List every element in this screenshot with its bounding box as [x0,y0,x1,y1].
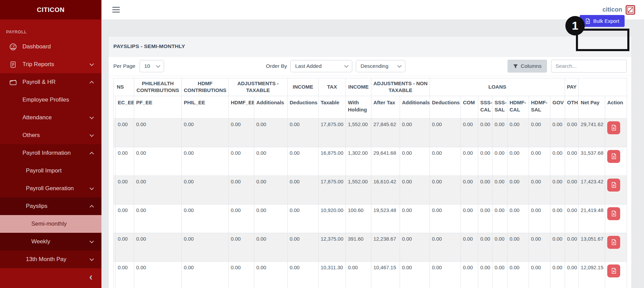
cell: 0.00 [550,233,565,261]
cell: 0.00 [493,147,508,176]
row-download-button[interactable] [607,207,620,220]
column-header: PF_EE [134,96,182,118]
table-header-row: EC_EEPF_EEPHIL_EEHDMF_EEAdditionalsDeduc… [114,96,627,118]
cell: 0.00 [493,261,508,288]
sidebar-item-label: 13th Month Pay [26,256,66,263]
file-download-icon [611,211,617,216]
sidebar-item-13th-month-pay[interactable]: 13th Month Pay [0,251,101,268]
cell: 0.00 [288,261,319,288]
per-page-select[interactable]: 10 [140,60,164,72]
cell: 0.00 [529,147,550,176]
payslips-table-wrap: NSPHILHEALTH CONTRIBUTIONSHDMF CONTRIBUT… [109,76,631,288]
sidebar-item-dashboard[interactable]: Dashboard [0,38,101,56]
row-download-button[interactable] [607,264,620,277]
cell: 0.00 [182,176,229,204]
sidebar-item-payroll-import[interactable]: Payroll Import [0,162,101,180]
cell: 0.00 [400,118,430,147]
cell: 0.00 [550,261,565,288]
column-header: PHIL_EE [182,96,229,118]
cell: 0.00 [529,118,550,147]
cell: 0.00 [565,233,579,261]
sidebar-item-payroll-hr[interactable]: Payroll & HR [0,73,101,91]
sidebar-item-attendance[interactable]: Attendance [0,109,101,126]
chevron-up-icon [90,81,94,85]
chevron-down-icon [90,186,94,190]
cell: 1,302.00 [346,147,371,176]
cell: 0.00 [565,118,579,147]
row-download-button[interactable] [607,121,620,134]
sidebar-item-trip-reports[interactable]: Trip Reports [0,56,101,73]
sidebar-item-label: Payroll & HR [22,79,55,86]
cell: 12,092.15 [579,261,605,288]
action-cell [605,147,627,176]
sidebar-item-semi-monthly[interactable]: Semi-monthly [0,215,101,233]
file-download-icon [611,182,617,188]
cell: 0.00 [478,204,493,233]
cell: 0.00 [478,118,493,147]
cell: 17,875.00 [319,176,346,204]
sidebar-item-label: Payroll Information [22,150,71,156]
cell: 0.00 [461,147,478,176]
cell: 12,375.00 [319,233,346,261]
cell: 1,552.00 [346,176,371,204]
row-download-button[interactable] [607,236,620,249]
payslips-card: PAYSLIPS - SEMI-MONTHLY Per Page 10 Orde… [108,36,632,288]
sidebar-item-employee-profiles[interactable]: Employee Profiles [0,91,101,109]
column-header: Deductions [430,96,461,118]
order-by-select[interactable]: Last Added [290,60,352,72]
cell: 0.00 [529,176,550,204]
sidebar-item-label: Dashboard [22,43,51,50]
columns-button[interactable]: Columns [508,60,547,73]
sidebar-collapse-icon[interactable]: ‹ [89,272,93,282]
cell: 0.00 [508,261,529,288]
cell: 0.00 [400,261,430,288]
cell: 0.00 [229,204,254,233]
cell: 0.00 [493,176,508,204]
column-header: Additionals [254,96,288,118]
cell: 0.00 [508,118,529,147]
cell: 0.00 [182,233,229,261]
sidebar-nav: DashboardTrip ReportsPayroll & HREmploye… [0,38,101,268]
sidebar-item-label: Attendance [22,114,52,121]
order-direction-select[interactable]: Descending [356,60,405,72]
cell: 1,552.00 [346,118,371,147]
cell: 0.00 [493,118,508,147]
cell: 0.00 [254,204,288,233]
column-header: After Tax [371,96,400,118]
cell: 0.00 [508,176,529,204]
sidebar-item-payroll-information[interactable]: Payroll Information [0,144,101,162]
hamburger-icon[interactable] [112,7,120,13]
payslips-table: NSPHILHEALTH CONTRIBUTIONSHDMF CONTRIBUT… [113,78,627,288]
sidebar-item-payroll-generation[interactable]: Payroll Generation [0,180,101,197]
column-header: HDMF-CAL [508,96,529,118]
sidebar-item-label: Weekly [31,238,50,245]
file-download-icon [611,153,617,159]
sidebar-item-others[interactable]: Others [0,126,101,144]
column-header: Action [605,96,627,118]
cell: 0.00 [134,233,182,261]
cell: 0.00 [182,147,229,176]
column-header: Deductions [288,96,319,118]
column-group-header [579,78,627,96]
sidebar-item-payslips[interactable]: Payslips [0,197,101,215]
cell: 0.00 [565,147,579,176]
search-input[interactable] [551,60,627,73]
cell: 0.00 [461,233,478,261]
row-download-button[interactable] [607,179,620,192]
table-row: 0.000.000.000.000.000.0016,875.001,302.0… [114,147,627,176]
cell: 29,641.68 [371,147,400,176]
cell: 0.00 [254,176,288,204]
column-header: HDMF-SAL [529,96,550,118]
sidebar-item-weekly[interactable]: Weekly [0,233,101,251]
action-cell [605,233,627,261]
table-group-header-row: NSPHILHEALTH CONTRIBUTIONSHDMF CONTRIBUT… [114,78,627,96]
column-header: GOV [550,96,565,118]
chevron-down-icon [344,63,349,68]
row-download-button[interactable] [607,150,620,163]
table-row: 0.000.000.000.000.000.0010,311.300.0010,… [114,261,627,288]
chevron-down-icon [90,115,94,119]
column-group-header: INCOME [346,78,371,96]
chevron-down-icon [90,257,94,261]
action-cell [605,118,627,147]
bulk-export-button[interactable]: Bulk Export [580,15,625,27]
